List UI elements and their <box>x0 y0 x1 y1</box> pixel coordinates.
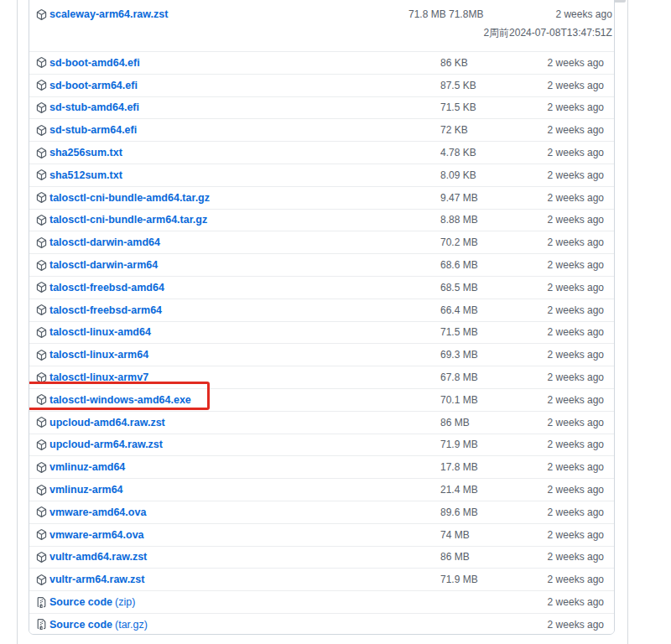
asset-age: 2 weeks ago <box>548 482 614 497</box>
asset-age-relative: 2 weeks ago <box>548 572 604 587</box>
asset-row: talosctl-cni-bundle-amd64.tar.gz 9.47 MB… <box>29 186 614 209</box>
asset-row: sd-boot-amd64.efi 86 KB 2 weeks ago <box>29 51 614 74</box>
asset-download-link[interactable]: sha512sum.txt <box>36 168 125 183</box>
asset-download-link[interactable]: vmlinuz-amd64 <box>36 460 127 475</box>
package-icon <box>36 350 47 361</box>
asset-size: 8.88 MB <box>440 212 548 227</box>
release-assets-page: scaleway-arm64.raw.zst 71.8 MB 71.8MB 2 … <box>0 0 671 644</box>
asset-row: vultr-arm64.raw.zst 71.9 MB 2 weeks ago <box>29 568 614 590</box>
asset-name-cell: vultr-amd64.raw.zst <box>29 549 440 564</box>
asset-age-relative: 2 weeks ago <box>548 235 604 250</box>
asset-download-link[interactable]: talosctl-freebsd-arm64 <box>36 303 164 318</box>
asset-age: 2 weeks ago <box>548 145 614 160</box>
asset-age: 2 weeks ago <box>548 257 614 273</box>
asset-download-link[interactable]: sd-stub-amd64.efi <box>36 100 142 115</box>
asset-download-link[interactable]: talosctl-cni-bundle-amd64.tar.gz <box>36 190 212 205</box>
asset-name-cell: sha512sum.txt <box>29 168 440 183</box>
asset-age: 2 weeks ago <box>548 55 614 70</box>
package-icon <box>36 394 47 405</box>
package-icon <box>36 304 47 315</box>
asset-name-cell: upcloud-amd64.raw.zst <box>29 415 440 430</box>
asset-row: sd-stub-arm64.efi 72 KB 2 weeks ago <box>29 118 614 141</box>
asset-download-link[interactable]: upcloud-arm64.raw.zst <box>36 437 165 452</box>
asset-size: 68.6 MB <box>440 257 548 273</box>
package-icon <box>36 372 47 383</box>
asset-age-relative: 2 weeks ago <box>548 55 604 70</box>
asset-download-link[interactable]: scaleway-arm64.raw.zst <box>36 7 170 22</box>
asset-download-link[interactable]: sd-stub-arm64.efi <box>36 122 139 138</box>
asset-row: vmlinuz-amd64 17.8 MB 2 weeks ago <box>29 455 614 478</box>
asset-row: scaleway-arm64.raw.zst 71.8 MB 71.8MB 2 … <box>29 0 614 51</box>
asset-row: sha256sum.txt 4.78 KB 2 weeks ago <box>29 141 614 164</box>
asset-download-link[interactable]: sd-boot-amd64.efi <box>36 55 143 70</box>
asset-age: 2 weeks ago <box>548 280 614 295</box>
asset-row: Source code (tar.gz) 2 weeks ago <box>29 613 614 635</box>
asset-download-link[interactable]: vultr-arm64.raw.zst <box>36 572 147 587</box>
package-icon <box>36 282 47 293</box>
package-icon <box>36 327 47 338</box>
package-icon <box>36 506 47 517</box>
asset-download-link[interactable]: talosctl-linux-armv7 <box>36 370 151 385</box>
asset-age: 2 weeks ago <box>548 370 614 385</box>
package-icon <box>36 237 47 248</box>
asset-row: sha512sum.txt 8.09 KB 2 weeks ago <box>29 164 614 186</box>
asset-download-link[interactable]: sha256sum.txt <box>36 145 125 160</box>
file-zip-icon <box>36 597 47 608</box>
asset-age-relative: 2 weeks ago <box>548 168 604 183</box>
asset-name-cell: upcloud-arm64.raw.zst <box>29 437 440 452</box>
asset-row: vultr-amd64.raw.zst 86 MB 2 weeks ago <box>29 546 614 569</box>
asset-size: 86 MB <box>440 549 548 564</box>
asset-name-cell: talosctl-windows-amd64.exe <box>29 392 440 408</box>
package-icon <box>36 9 47 20</box>
package-icon <box>36 148 47 158</box>
package-icon <box>36 102 47 113</box>
asset-download-link[interactable]: talosctl-darwin-arm64 <box>36 257 160 273</box>
asset-download-link[interactable]: vmlinuz-arm64 <box>36 482 126 497</box>
asset-download-link[interactable]: vultr-amd64.raw.zst <box>36 549 149 564</box>
asset-download-link[interactable]: talosctl-linux-arm64 <box>36 347 151 362</box>
asset-size: 4.78 KB <box>440 145 548 160</box>
asset-age: 2 weeks ago <box>548 325 614 340</box>
asset-row: talosctl-windows-amd64.exe 70.1 MB 2 wee… <box>29 388 614 411</box>
asset-row: talosctl-linux-amd64 71.5 MB 2 weeks ago <box>29 321 614 344</box>
asset-download-link[interactable]: Source code (tar.gz) <box>36 617 148 632</box>
asset-size: 21.4 MB <box>440 482 548 497</box>
asset-name-cell: talosctl-cni-bundle-arm64.tar.gz <box>29 212 440 227</box>
asset-size: 69.3 MB <box>440 347 548 362</box>
asset-download-link[interactable]: Source code (zip) <box>36 595 135 610</box>
asset-download-link[interactable]: vmware-amd64.ova <box>36 505 148 520</box>
asset-download-link[interactable]: talosctl-windows-amd64.exe <box>36 392 194 408</box>
asset-size: 72 KB <box>440 122 548 138</box>
asset-age: 2 weeks ago <box>548 347 614 362</box>
package-icon <box>36 192 47 203</box>
asset-download-link[interactable]: talosctl-linux-amd64 <box>36 325 153 340</box>
asset-size: 70.2 MB <box>440 235 548 250</box>
asset-age-relative: 2 weeks ago <box>548 595 604 610</box>
asset-age-relative: 2 weeks ago <box>548 100 604 115</box>
asset-age: 2 weeks ago <box>548 617 614 632</box>
package-icon <box>36 574 47 585</box>
asset-size: 71.5 MB <box>440 325 548 340</box>
asset-download-link[interactable]: sd-boot-arm64.efi <box>36 78 140 93</box>
asset-size: 17.8 MB <box>440 460 548 475</box>
asset-name-cell: sd-boot-amd64.efi <box>29 55 440 70</box>
asset-name-cell: vmware-amd64.ova <box>29 505 440 520</box>
asset-age: 2 weeks ago <box>548 190 614 205</box>
package-icon <box>36 260 47 271</box>
asset-age-relative: 2 weeks ago <box>548 190 604 205</box>
package-icon <box>36 57 47 68</box>
asset-size: 71.9 MB <box>440 572 548 587</box>
asset-row: upcloud-amd64.raw.zst 86 MB 2 weeks ago <box>29 411 614 434</box>
asset-row: talosctl-darwin-amd64 70.2 MB 2 weeks ag… <box>29 231 614 253</box>
asset-row: vmware-arm64.ova 74 MB 2 weeks ago <box>29 523 614 546</box>
asset-download-link[interactable]: talosctl-cni-bundle-arm64.tar.gz <box>36 212 210 227</box>
asset-download-link[interactable]: talosctl-freebsd-amd64 <box>36 280 167 295</box>
asset-row: vmware-amd64.ova 89.6 MB 2 weeks ago <box>29 501 614 523</box>
asset-name-cell: vmware-arm64.ova <box>29 527 440 543</box>
asset-download-link[interactable]: talosctl-darwin-amd64 <box>36 235 163 250</box>
asset-age-relative: 2 weeks ago <box>548 325 604 340</box>
asset-download-link[interactable]: vmware-arm64.ova <box>36 527 147 543</box>
asset-name-cell: scaleway-arm64.raw.zst <box>29 7 440 22</box>
asset-download-link[interactable]: upcloud-amd64.raw.zst <box>36 415 168 430</box>
asset-age-translated-timestamp: 2周前2024-07-08T13:47:51Z <box>483 25 611 40</box>
